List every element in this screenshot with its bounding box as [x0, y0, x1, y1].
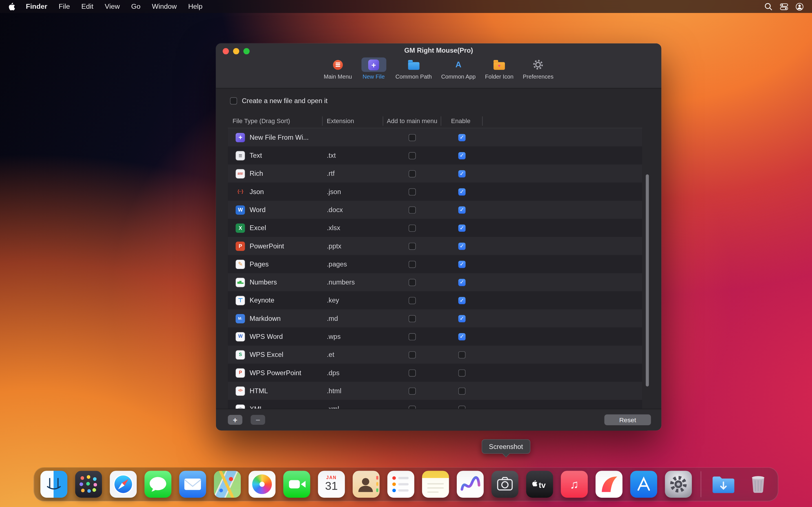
table-row[interactable]: </>XML.xml: [228, 400, 642, 409]
table-row[interactable]: M↓Markdown.md: [228, 309, 642, 327]
table-row[interactable]: ⊤Keynote.key: [228, 291, 642, 309]
dock-settings-icon[interactable]: [665, 471, 692, 498]
screenshot-tooltip: Screenshot: [481, 439, 530, 453]
user-account-icon[interactable]: [795, 2, 804, 10]
enable-checkbox[interactable]: [458, 315, 466, 322]
add-to-menu-checkbox[interactable]: [409, 170, 416, 177]
remove-button[interactable]: −: [251, 415, 265, 425]
dock-launchpad-icon[interactable]: [75, 471, 102, 498]
add-to-menu-checkbox[interactable]: [409, 351, 416, 358]
add-to-menu-checkbox[interactable]: [409, 333, 416, 340]
add-to-menu-checkbox[interactable]: [409, 369, 416, 377]
table-row[interactable]: WWPS Word.wps: [228, 328, 642, 346]
add-to-menu-checkbox[interactable]: [409, 134, 416, 141]
reset-button[interactable]: Reset: [604, 414, 651, 425]
menu-item-help[interactable]: Help: [183, 0, 208, 13]
table-row[interactable]: {··}Json.json: [228, 182, 642, 201]
enable-cell: [441, 237, 483, 255]
add-to-menu-checkbox[interactable]: [409, 188, 416, 195]
enable-checkbox[interactable]: [458, 224, 466, 231]
enable-checkbox[interactable]: [458, 297, 466, 304]
table-row[interactable]: PWPS PowerPoint.dps: [228, 363, 642, 382]
pages-file-icon: ✎: [236, 260, 245, 269]
add-to-menu-checkbox[interactable]: [409, 242, 416, 250]
add-to-menu-checkbox[interactable]: [409, 279, 416, 286]
title-bar[interactable]: GM Right Mouse(Pro) Main Menu+New FileCo…: [216, 43, 661, 89]
file-type-name: Numbers: [250, 278, 277, 286]
dock-safari-icon[interactable]: [110, 471, 137, 498]
add-to-menu-checkbox[interactable]: [409, 261, 416, 268]
tab-common-path[interactable]: Common Path: [395, 57, 432, 80]
dock-facetime-icon[interactable]: [283, 471, 310, 498]
apple-menu-icon[interactable]: [0, 2, 20, 10]
enable-checkbox[interactable]: [458, 369, 466, 377]
menu-item-file[interactable]: File: [53, 0, 75, 13]
create-file-checkbox[interactable]: [230, 97, 238, 104]
dock-finder-icon[interactable]: [40, 471, 67, 498]
tab-new-file[interactable]: +New File: [361, 57, 386, 80]
extension-cell: .html: [322, 382, 383, 400]
dock-photos-icon[interactable]: [249, 471, 276, 498]
enable-checkbox[interactable]: [458, 242, 466, 250]
dock-appletv-icon[interactable]: tv: [526, 471, 553, 498]
control-center-icon[interactable]: [780, 2, 788, 10]
tab-preferences[interactable]: Preferences: [523, 57, 553, 80]
table-row[interactable]: ▅▇▃Numbers.numbers: [228, 273, 642, 291]
create-file-option[interactable]: Create a new file and open it: [230, 97, 327, 105]
add-to-menu-checkbox[interactable]: [409, 315, 416, 322]
table-row[interactable]: PPowerPoint.pptx: [228, 237, 642, 255]
table-row[interactable]: ✎Pages.pages: [228, 255, 642, 273]
dock-trash-icon[interactable]: [745, 471, 772, 498]
enable-checkbox[interactable]: [458, 152, 466, 159]
enable-checkbox[interactable]: [458, 261, 466, 268]
add-button[interactable]: +: [228, 415, 242, 425]
enable-checkbox[interactable]: [458, 134, 466, 141]
extension-cell: .key: [322, 291, 383, 309]
enable-checkbox[interactable]: [458, 279, 466, 286]
table-row[interactable]: +New File From Wi...: [228, 128, 642, 147]
menu-item-go[interactable]: Go: [125, 0, 146, 13]
enable-checkbox[interactable]: [458, 351, 466, 358]
table-row[interactable]: XExcel.xlsx: [228, 219, 642, 237]
table-row[interactable]: </>HTML.html: [228, 382, 642, 400]
table-row[interactable]: ≡Text.txt: [228, 147, 642, 165]
table-row[interactable]: RTFRich.rtf: [228, 165, 642, 182]
add-to-menu-checkbox[interactable]: [409, 206, 416, 214]
tab-folder-icon[interactable]: ♥Folder Icon: [485, 57, 513, 80]
add-to-menu-checkbox[interactable]: [409, 152, 416, 159]
table-row[interactable]: SWPS Excel.et: [228, 346, 642, 363]
enable-checkbox[interactable]: [458, 170, 466, 177]
add-to-menu-checkbox[interactable]: [409, 387, 416, 395]
dock-calendar-icon[interactable]: JAN31: [318, 471, 345, 498]
tab-main-menu[interactable]: Main Menu: [324, 57, 352, 80]
scrollbar-thumb[interactable]: [646, 174, 649, 386]
dock-notes-icon[interactable]: [422, 471, 449, 498]
menu-item-view[interactable]: View: [99, 0, 125, 13]
dock-messages-icon[interactable]: [144, 471, 171, 498]
dock-appstore-icon[interactable]: [630, 471, 657, 498]
enable-checkbox[interactable]: [458, 206, 466, 214]
menu-item-edit[interactable]: Edit: [75, 0, 99, 13]
enable-checkbox[interactable]: [458, 333, 466, 340]
dock-maps-icon[interactable]: [214, 471, 241, 498]
dock-screenshot-icon[interactable]: [492, 471, 518, 498]
search-icon[interactable]: [764, 2, 772, 10]
dock-reminders-icon[interactable]: [388, 471, 414, 498]
add-to-menu-cell: [383, 255, 441, 273]
menu-item-window[interactable]: Window: [146, 0, 183, 13]
add-to-menu-checkbox[interactable]: [409, 297, 416, 304]
table-row[interactable]: WWord.docx: [228, 201, 642, 219]
dock-downloads-icon[interactable]: [710, 471, 737, 498]
dock-contacts-icon[interactable]: [353, 471, 380, 498]
extension-cell: .xlsx: [322, 219, 383, 237]
tab-common-app[interactable]: ACommon App: [441, 57, 476, 80]
dock-news-icon[interactable]: [596, 471, 622, 498]
dock-mail-icon[interactable]: [179, 471, 206, 498]
enable-checkbox[interactable]: [458, 387, 466, 395]
column-header: Extension: [322, 116, 383, 126]
dock-music-icon[interactable]: ♫: [561, 471, 588, 498]
menu-item-finder[interactable]: Finder: [20, 0, 53, 13]
add-to-menu-checkbox[interactable]: [409, 224, 416, 231]
dock-freeform-icon[interactable]: [457, 471, 484, 498]
enable-checkbox[interactable]: [458, 188, 466, 195]
